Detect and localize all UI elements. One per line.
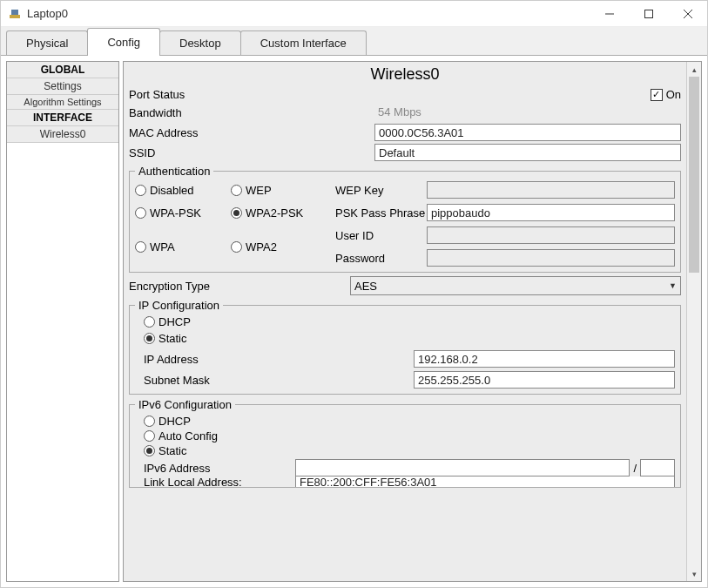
auth-wep-radio[interactable]: WEP [231, 184, 325, 197]
userid-input[interactable] [427, 226, 675, 244]
wep-key-input[interactable] [427, 181, 675, 199]
authentication-fieldset: Authentication Disabled WEP WEP Key WPA-… [129, 165, 681, 273]
svg-rect-0 [10, 15, 20, 18]
window-title: Laptop0 [27, 7, 590, 20]
svg-rect-3 [644, 10, 652, 17]
ipv6-config-legend: IPv6 Configuration [135, 398, 235, 411]
scroll-up-icon[interactable]: ▴ [687, 62, 701, 77]
bandwidth-value: 54 Mbps [374, 104, 681, 121]
auth-disabled-radio[interactable]: Disabled [135, 184, 220, 197]
auth-wpa-radio[interactable]: WPA [135, 240, 220, 253]
encryption-select[interactable]: AES ▼ [350, 276, 681, 295]
app-icon [8, 7, 22, 21]
tab-bar: Physical Config Desktop Custom Interface [1, 27, 707, 56]
ipv6-config-fieldset: IPv6 Configuration DHCP Auto Config Stat… [129, 398, 681, 488]
ip-static-radio[interactable]: Static [144, 332, 664, 345]
port-status-label: Port Status [129, 88, 647, 101]
sidebar-item-settings[interactable]: Settings [7, 78, 118, 95]
subnet-mask-label: Subnet Mask [144, 374, 414, 387]
auth-wpapsk-radio[interactable]: WPA-PSK [135, 206, 220, 220]
titlebar: Laptop0 [1, 1, 707, 27]
port-status-on-label: On [666, 88, 681, 101]
ip-config-fieldset: IP Configuration DHCP Static IP Address … [129, 299, 681, 395]
ipv6-static-radio[interactable]: Static [144, 444, 664, 457]
close-button[interactable] [668, 1, 707, 27]
ssid-label: SSID [129, 146, 371, 159]
mac-label: MAC Address [129, 126, 371, 139]
tab-config[interactable]: Config [87, 28, 160, 56]
ipv6-address-input[interactable] [295, 459, 630, 476]
main-area: GLOBAL Settings Algorithm Settings INTER… [1, 56, 707, 587]
minimize-button[interactable] [590, 1, 629, 27]
subnet-mask-input[interactable] [414, 371, 675, 389]
svg-rect-1 [11, 10, 18, 15]
link-local-label: Link Local Address: [144, 476, 292, 487]
maximize-button[interactable] [629, 1, 668, 27]
sidebar-header-interface: INTERFACE [7, 110, 118, 126]
authentication-legend: Authentication [135, 165, 213, 178]
port-status-checkbox[interactable]: ✓ [651, 89, 663, 101]
scroll-thumb[interactable] [689, 77, 699, 273]
auth-wpa2-radio[interactable]: WPA2 [231, 240, 325, 253]
userid-label: User ID [335, 229, 427, 242]
chevron-down-icon: ▼ [669, 281, 677, 290]
ip-config-legend: IP Configuration [135, 299, 223, 312]
panel-title: Wireless0 [129, 64, 681, 85]
vertical-scrollbar[interactable]: ▴ ▾ [686, 62, 701, 581]
ip-address-input[interactable] [414, 350, 675, 368]
bandwidth-label: Bandwidth [129, 106, 371, 119]
mac-input[interactable] [374, 124, 681, 141]
ip-address-label: IP Address [144, 353, 414, 366]
config-panel: Wireless0 Port Status ✓ On Bandwidth 54 … [123, 61, 702, 582]
password-label: Password [335, 252, 427, 265]
password-input[interactable] [427, 249, 675, 267]
scroll-down-icon[interactable]: ▾ [687, 566, 701, 581]
ipv6-dhcp-radio[interactable]: DHCP [144, 415, 664, 428]
ssid-input[interactable] [374, 144, 681, 161]
sidebar: GLOBAL Settings Algorithm Settings INTER… [6, 61, 119, 582]
link-local-input[interactable] [295, 476, 675, 487]
tab-physical[interactable]: Physical [6, 30, 88, 55]
ipv6-address-label: IPv6 Address [144, 462, 292, 475]
tab-custom-interface[interactable]: Custom Interface [240, 30, 367, 55]
scroll-track[interactable] [687, 77, 701, 566]
encryption-label: Encryption Type [129, 280, 347, 293]
ipv6-prefix-input[interactable] [640, 459, 675, 476]
sidebar-item-wireless0[interactable]: Wireless0 [7, 126, 118, 143]
sidebar-item-algorithm-settings[interactable]: Algorithm Settings [7, 95, 118, 110]
auth-wpa2psk-radio[interactable]: WPA2-PSK [231, 206, 325, 220]
encryption-value: AES [354, 280, 377, 293]
ipv6-autoconfig-radio[interactable]: Auto Config [144, 429, 664, 443]
psk-label: PSK Pass Phrase [335, 206, 427, 220]
ip-dhcp-radio[interactable]: DHCP [144, 315, 664, 328]
sidebar-header-global: GLOBAL [7, 62, 118, 78]
psk-input[interactable] [427, 204, 675, 221]
wep-key-label: WEP Key [335, 184, 427, 197]
tab-desktop[interactable]: Desktop [159, 30, 241, 55]
